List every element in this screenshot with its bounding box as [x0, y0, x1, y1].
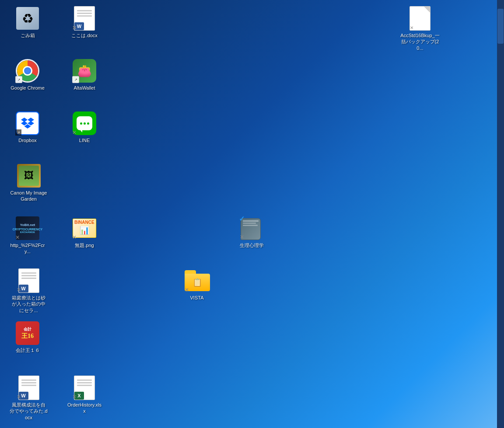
dropbox-icon[interactable]: ↗ Dropbox — [8, 109, 47, 145]
yobit-icon[interactable]: YoBit.net CRYPTOCURRENCY EXCHANGE ✕ http… — [8, 214, 47, 257]
scrollbar[interactable] — [497, 0, 504, 428]
seiri-folder-icon[interactable]: ✓ ✕ 生理心理学 — [232, 214, 271, 250]
kaikei-icon[interactable]: 会計 王16 会計王１６ — [8, 319, 47, 355]
google-chrome-icon[interactable]: ↗ Google Chrome — [8, 57, 47, 93]
kaikei-label: 会計王１６ — [16, 347, 40, 353]
seiri-label: 生理心理学 — [240, 242, 264, 248]
acc-backup-icon[interactable]: ✕ AccStd16Bkup_一括バックアップ(20... — [398, 4, 442, 53]
order-history-icon[interactable]: X ✕ OrderHistory.xlsx — [65, 374, 104, 416]
canon-garden-label: Canon My Image Garden — [10, 190, 48, 202]
hakoniwa-label: 箱庭療法とは砂が入った箱の中にセラ... — [10, 295, 48, 313]
fuukei-icon[interactable]: W ✕ 風景構成法を自分でやってみた.docx — [8, 374, 49, 422]
vista-label: VISTA — [190, 295, 204, 301]
fuukei-label: 風景構成法を自分でやってみた.docx — [10, 402, 48, 421]
mutai-png-label: 無題.png — [75, 242, 94, 248]
koko-docx-label: ここは.docx — [71, 32, 97, 38]
recycle-bin-label: ごみ箱 — [21, 32, 35, 38]
mutai-png-icon[interactable]: BINANCE 📊 ✕ 無題.png — [65, 214, 104, 250]
desktop: ♻ ごみ箱 W ✕ ここは.docx ✕ AccStd16Bkup — [0, 0, 504, 428]
scrollbar-thumb[interactable] — [497, 9, 504, 44]
line-label: LINE — [79, 137, 90, 143]
recycle-bin-icon[interactable]: ♻ ごみ箱 — [8, 4, 47, 40]
koko-docx-icon[interactable]: W ✕ ここは.docx — [65, 4, 104, 40]
vista-folder-icon[interactable]: 📋 ✕ VISTA — [177, 267, 217, 303]
yobit-label: http_%2F%2Fcry... — [10, 242, 46, 255]
line-icon[interactable]: ✕ LINE — [65, 109, 104, 145]
canon-garden-icon[interactable]: 🖼 Canon My Image Garden — [8, 162, 49, 204]
alta-wallet-label: AltaWallet — [74, 85, 95, 91]
google-chrome-label: Google Chrome — [10, 85, 45, 91]
alta-wallet-icon[interactable]: 👛 ↗ AltaWallet — [65, 57, 104, 93]
dropbox-label: Dropbox — [18, 137, 37, 143]
order-history-label: OrderHistory.xlsx — [66, 402, 102, 414]
hakoniwa-icon[interactable]: W ✕ 箱庭療法とは砂が入った箱の中にセラ... — [8, 267, 49, 315]
acc-backup-label: AccStd16Bkup_一括バックアップ(20... — [400, 32, 440, 51]
